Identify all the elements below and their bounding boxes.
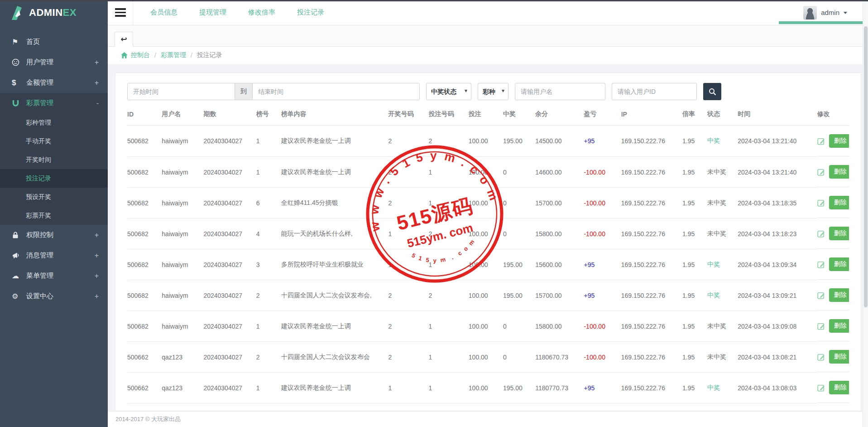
cell-bet-number: 1 <box>429 341 469 372</box>
cell-balance: 14600.00 <box>535 156 584 187</box>
cell-draw-number: 2 <box>388 280 428 311</box>
sidebar-item-home[interactable]: ⚑ 首页 <box>0 32 108 52</box>
breadcrumb-lottery[interactable]: 彩票管理 <box>161 51 186 59</box>
sidebar-item-manual-draw[interactable]: 手动开奖 <box>0 132 108 150</box>
cell-status: 未中奖 <box>707 403 738 411</box>
top-nav-withdrawals[interactable]: 提现管理 <box>199 8 226 17</box>
delete-button[interactable]: 删除 <box>829 319 849 333</box>
cell-period: 20240304027 <box>203 126 256 157</box>
cell-username: haiwaiym <box>162 156 203 187</box>
sidebar-item-lottery-types[interactable]: 彩种管理 <box>0 113 108 132</box>
column-header: 余分 <box>535 104 584 126</box>
cell-bet-number: 2 <box>429 218 469 249</box>
cell-period: 20240304027 <box>203 372 256 403</box>
search-button[interactable] <box>703 83 721 100</box>
edit-icon[interactable] <box>817 199 825 207</box>
top-nav-bet-records[interactable]: 投注记录 <box>297 8 324 17</box>
cell-id: 500682 <box>127 218 162 249</box>
header-divider <box>133 0 133 25</box>
cell-status: 中奖 <box>707 372 738 403</box>
delete-button[interactable]: 删除 <box>829 350 849 364</box>
expand-plus-icon: + <box>95 231 99 239</box>
top-nav-odds[interactable]: 修改倍率 <box>248 8 275 17</box>
cell-username: haiwaiym <box>162 187 203 218</box>
cell-draw-number: 1 <box>388 218 428 249</box>
user-menu[interactable]: admin <box>803 6 847 19</box>
cell-rank-no: 2 <box>256 280 281 311</box>
megaphone-icon <box>12 252 26 259</box>
edit-icon[interactable] <box>817 353 825 361</box>
cell-profit: -100.00 <box>584 187 621 218</box>
delete-button[interactable]: 删除 <box>829 288 849 302</box>
sidebar-item-lottery-draw[interactable]: 彩票开奖 <box>0 206 108 225</box>
cell-time: 2024-03-04 13:21:40 <box>738 156 817 187</box>
cell-content: 建议农民养老金统一上调 <box>281 126 388 157</box>
top-header: 会员信息 提现管理 修改倍率 投注记录 admin <box>108 0 863 25</box>
sidebar-item-permissions[interactable]: 权限控制 + <box>0 225 108 245</box>
cell-draw-number: 2 <box>388 311 428 341</box>
scrollbar-thumb[interactable] <box>864 26 868 307</box>
cell-bet-number: 1 <box>429 187 469 218</box>
cell-balance: 14500.00 <box>535 126 584 157</box>
delete-button[interactable]: 删除 <box>829 134 849 148</box>
end-time-input[interactable] <box>252 83 420 100</box>
edit-icon[interactable] <box>817 137 825 145</box>
vertical-scrollbar[interactable] <box>863 0 868 427</box>
top-nav-members[interactable]: 会员信息 <box>150 8 177 17</box>
sidebar-item-messages[interactable]: 消息管理 + <box>0 245 108 266</box>
start-time-input[interactable] <box>127 83 235 100</box>
back-tab[interactable]: ↩ <box>115 32 133 47</box>
column-header: 状态 <box>707 104 738 126</box>
cell-odds: 1.95 <box>682 187 707 218</box>
table-row: 500682 haiwaiym 20240304027 1 建议农民养老金统一上… <box>127 126 849 157</box>
sidebar-item-amount[interactable]: $ 金额管理 + <box>0 73 108 93</box>
cell-period: 20240304027 <box>203 187 256 218</box>
edit-icon[interactable] <box>817 383 825 392</box>
column-header: 投注 <box>469 104 503 126</box>
cell-ip: 169.150.222.76 <box>621 341 682 372</box>
cell-period: 20240304027 <box>203 249 256 280</box>
edit-icon[interactable] <box>817 291 825 299</box>
cell-odds: 1.95 <box>682 311 707 341</box>
cell-odds: 1.95 <box>682 280 707 311</box>
username-input[interactable] <box>515 83 605 100</box>
sidebar-item-bet-records[interactable]: 投注记录 <box>0 169 108 188</box>
sidebar-item-menus[interactable]: ☁ 菜单管理 + <box>0 266 108 286</box>
edit-icon[interactable] <box>817 322 825 330</box>
win-status-select[interactable]: 中奖状态 <box>426 83 471 100</box>
cell-bet-amount: 100.00 <box>469 126 503 157</box>
lottery-type-select[interactable]: 彩种 <box>478 83 508 100</box>
sidebar-group-lottery: 彩票管理 - 彩种管理 手动开奖 开奖时间 投注记录 预设开奖 彩票开奖 <box>0 93 108 225</box>
cell-time: 2024-03-04 13:08:21 <box>738 341 817 372</box>
sidebar-item-preset-draw[interactable]: 预设开奖 <box>0 188 108 206</box>
cell-content: 十四届全国人大二次会议发布会, <box>281 280 388 311</box>
cell-id: 500682 <box>127 249 162 280</box>
delete-button[interactable]: 删除 <box>829 165 849 179</box>
edit-icon[interactable] <box>817 229 825 238</box>
sidebar-item-settings[interactable]: ⚙ 设置中心 + <box>0 286 108 306</box>
cell-status: 中奖 <box>707 280 738 311</box>
hamburger-menu-icon[interactable] <box>115 8 126 17</box>
sidebar-item-draw-time[interactable]: 开奖时间 <box>0 150 108 169</box>
delete-button[interactable]: 删除 <box>829 196 849 209</box>
delete-button[interactable]: 删除 <box>829 227 849 240</box>
cell-balance: 1180670.73 <box>535 341 584 372</box>
cell-actions: 删除 <box>817 403 849 411</box>
cell-content: 建议农民养老金统一上调 <box>281 372 388 403</box>
sidebar-item-users[interactable]: 用户管理 + <box>0 52 108 73</box>
cell-profit: -100.00 <box>584 156 621 187</box>
table-row: 500682 haiwaiym 20240304027 1 建议农民养老金统一上… <box>127 311 849 341</box>
cell-balance: 1180770.73 <box>535 372 584 403</box>
sidebar-item-lottery[interactable]: 彩票管理 - <box>0 93 108 113</box>
column-header: IP <box>621 104 682 126</box>
cell-balance: 1200.00 <box>535 403 584 411</box>
delete-button[interactable]: 删除 <box>829 257 849 271</box>
expand-plus-icon: + <box>95 272 99 280</box>
breadcrumb-console[interactable]: 控制台 <box>131 51 150 59</box>
cell-draw-number: 1 <box>388 372 428 403</box>
cell-content: 十四届全国人大二次会议发布会 <box>281 341 388 372</box>
edit-icon[interactable] <box>817 168 825 176</box>
edit-icon[interactable] <box>817 260 825 268</box>
userid-input[interactable] <box>612 83 697 100</box>
delete-button[interactable]: 删除 <box>829 381 849 394</box>
